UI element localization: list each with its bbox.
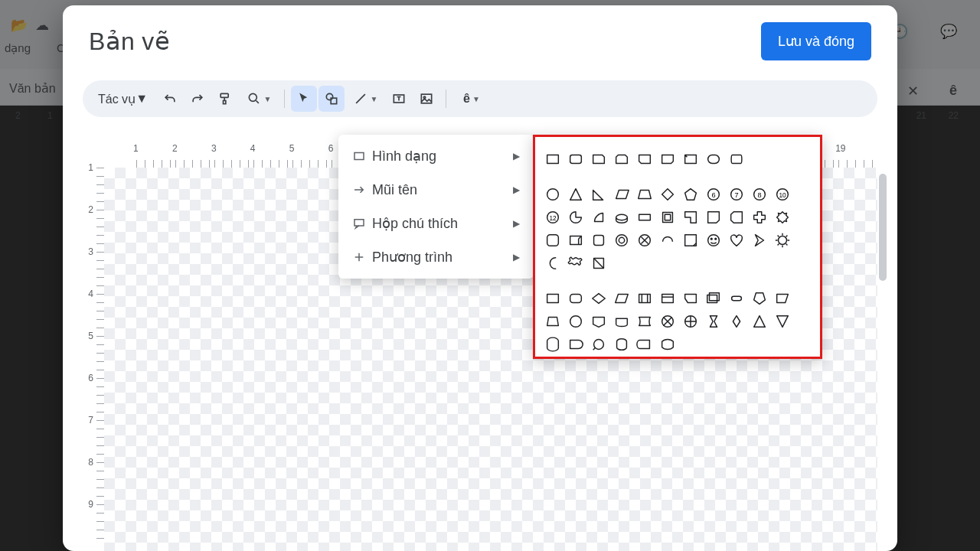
shape-option[interactable]: 6 [702,183,725,206]
shape-option[interactable] [748,287,771,310]
shape-category-menu: Hình dạng ▶ Mũi tên ▶ Hộp chú thích ▶ Ph… [338,135,534,279]
image-tool[interactable] [413,86,439,112]
shape-option[interactable] [702,310,725,333]
shape-option[interactable] [633,229,656,252]
shape-option[interactable] [564,183,587,206]
shape-option[interactable] [587,252,610,275]
paint-format-button[interactable] [212,86,238,112]
shape-option[interactable] [564,333,587,356]
menu-item-callouts[interactable]: Hộp chú thích ▶ [338,207,534,240]
shape-option[interactable] [587,148,610,171]
shape-option[interactable] [656,183,679,206]
redo-button[interactable] [185,86,211,112]
shape-option[interactable] [610,287,633,310]
select-tool[interactable] [291,86,317,112]
shape-option[interactable] [679,183,702,206]
shape-option[interactable] [587,229,610,252]
svg-point-48 [594,340,604,350]
shape-option[interactable] [748,310,771,333]
shape-option[interactable] [541,252,564,275]
menu-item-arrows[interactable]: Mũi tên ▶ [338,173,534,207]
shape-option[interactable] [679,148,702,171]
svg-point-33 [708,235,720,246]
shape-option[interactable] [564,252,587,275]
shape-option[interactable] [633,206,656,229]
shape-option[interactable] [587,333,610,356]
zoom-button[interactable]: ▼ [240,86,278,112]
shape-option[interactable] [725,206,748,229]
shape-option[interactable] [656,310,679,333]
shape-option[interactable]: 10 [771,183,794,206]
menu-item-shapes[interactable]: Hình dạng ▶ [338,139,534,173]
shape-option[interactable] [610,206,633,229]
shape-option[interactable] [725,229,748,252]
shape-option[interactable] [748,206,771,229]
shape-option[interactable] [541,229,564,252]
shape-option[interactable] [679,229,702,252]
shape-option[interactable] [587,183,610,206]
shape-option[interactable] [748,229,771,252]
shape-option[interactable]: 12 [541,206,564,229]
shape-option[interactable] [564,287,587,310]
shape-option[interactable] [679,206,702,229]
shape-option[interactable] [771,310,794,333]
shape-option[interactable] [541,148,564,171]
shape-option[interactable] [610,229,633,252]
shape-option[interactable] [771,206,794,229]
shape-option[interactable] [610,310,633,333]
shape-option[interactable] [541,310,564,333]
shape-option[interactable] [587,310,610,333]
shape-option[interactable] [633,148,656,171]
shape-option[interactable]: 7 [725,183,748,206]
svg-rect-40 [639,295,651,303]
svg-rect-25 [663,213,673,223]
shape-option[interactable] [564,148,587,171]
shape-tool[interactable] [318,86,345,112]
shape-option[interactable] [564,229,587,252]
save-and-close-button[interactable]: Lưu và đóng [761,22,871,60]
shape-option[interactable] [610,183,633,206]
shape-option[interactable] [656,229,679,252]
shape-option[interactable]: 8 [748,183,771,206]
textbox-tool[interactable] [386,86,412,112]
shape-option[interactable] [610,333,633,356]
more-tool[interactable]: ê▼ [452,86,491,112]
shape-option[interactable] [541,333,564,356]
shape-option[interactable] [702,206,725,229]
shape-option[interactable] [702,229,725,252]
shape-option[interactable] [702,148,725,171]
shape-option[interactable] [725,148,748,171]
shape-option[interactable] [541,183,564,206]
svg-rect-28 [594,236,604,246]
actions-menu-button[interactable]: Tác vụ▼ [90,86,155,112]
shape-option[interactable] [564,206,587,229]
shape-option[interactable] [679,287,702,310]
svg-point-3 [326,93,332,99]
shape-option[interactable] [725,287,748,310]
undo-button[interactable] [157,86,183,112]
chevron-right-icon: ▶ [513,151,520,161]
shape-option[interactable] [633,333,656,356]
shape-option[interactable] [587,287,610,310]
shape-option[interactable] [702,287,725,310]
shape-option[interactable] [633,183,656,206]
menu-item-equation[interactable]: Phương trình ▶ [338,240,534,274]
shape-option[interactable] [633,287,656,310]
shape-option[interactable] [771,229,794,252]
line-tool[interactable]: ▼ [346,86,384,112]
shape-option[interactable] [541,287,564,310]
shape-option[interactable] [656,148,679,171]
shape-option[interactable] [656,206,679,229]
shape-option[interactable] [771,287,794,310]
shape-option[interactable] [656,287,679,310]
shape-option[interactable] [633,310,656,333]
shape-option[interactable] [656,333,679,356]
shape-option[interactable] [564,310,587,333]
scrollbar-thumb[interactable] [879,174,887,281]
dialog-header: Bản vẽ Lưu và đóng [63,5,897,67]
shape-option[interactable] [610,148,633,171]
svg-point-36 [779,236,787,245]
shape-option[interactable] [679,310,702,333]
shape-option[interactable] [587,206,610,229]
shape-option[interactable] [725,310,748,333]
